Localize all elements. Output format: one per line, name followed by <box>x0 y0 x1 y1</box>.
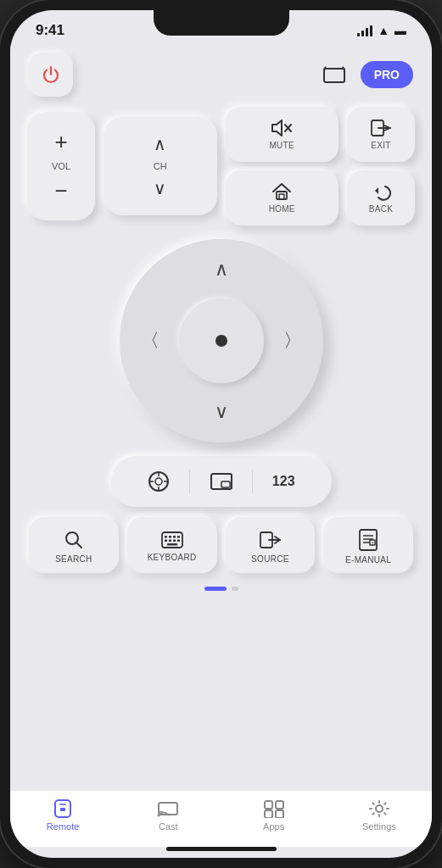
svg-rect-19 <box>165 536 167 538</box>
volume-up-button[interactable]: + <box>37 124 84 159</box>
keyboard-label: KEYBOARD <box>148 553 197 562</box>
touchpad-button[interactable] <box>128 463 190 500</box>
control-grid: + VOL − MUTE <box>27 107 415 225</box>
mute-label: MUTE <box>269 141 294 150</box>
svg-rect-6 <box>277 192 287 199</box>
source-button[interactable]: SOURCE <box>226 517 316 573</box>
svg-rect-25 <box>173 540 176 542</box>
svg-rect-15 <box>221 481 230 487</box>
svg-rect-41 <box>265 801 272 809</box>
mute-button[interactable]: MUTE <box>226 107 339 162</box>
source-label: SOURCE <box>251 554 289 564</box>
status-icons: ▲ ▬ <box>357 24 406 37</box>
exit-icon <box>370 119 392 137</box>
nav-settings-label: Settings <box>362 821 396 832</box>
svg-line-17 <box>76 542 81 548</box>
bottom-navigation: Remote Cast Apps <box>10 790 432 847</box>
dpad-center-button[interactable] <box>179 298 264 383</box>
svg-rect-20 <box>169 536 171 538</box>
nav-apps-label: Apps <box>263 821 284 832</box>
volume-control: + VOL − <box>27 112 95 220</box>
exit-label: EXIT <box>371 141 390 150</box>
svg-rect-44 <box>276 810 283 818</box>
channel-up-button[interactable]: ∧ <box>137 129 183 159</box>
wifi-icon: ▲ <box>378 24 389 37</box>
svg-point-45 <box>376 805 383 812</box>
touchpad-icon <box>147 470 171 493</box>
dpad-center-dot <box>215 335 227 347</box>
notch <box>154 10 289 36</box>
tv-icon <box>322 65 346 84</box>
back-label: BACK <box>369 204 393 214</box>
nav-settings[interactable]: Settings <box>327 799 432 832</box>
nav-remote-label: Remote <box>47 821 80 832</box>
dpad-right-button[interactable]: 〉 <box>276 324 310 358</box>
home-icon <box>271 182 293 201</box>
emanual-label: E-MANUAL <box>345 555 391 565</box>
emanual-button[interactable]: ? E-MANUAL <box>323 517 413 573</box>
manual-icon: ? <box>358 529 378 551</box>
page-dot-2 <box>232 587 238 591</box>
dpad-up-button[interactable]: ∧ <box>204 253 238 287</box>
svg-rect-22 <box>177 536 180 538</box>
svg-rect-42 <box>276 801 283 809</box>
battery-icon: ▬ <box>394 24 406 37</box>
svg-rect-21 <box>173 536 176 538</box>
nav-remote[interactable]: Remote <box>10 799 115 832</box>
phone-frame: 9:41 ▲ ▬ <box>0 0 442 868</box>
cast-nav-icon <box>157 799 179 818</box>
num-label: 123 <box>272 474 295 489</box>
volume-label: VOL <box>52 161 70 171</box>
pro-badge[interactable]: PRO <box>361 61 413 88</box>
power-icon <box>41 64 61 85</box>
home-bar <box>166 847 277 851</box>
svg-rect-0 <box>324 69 344 82</box>
page-dot-1 <box>204 587 227 591</box>
touchpad-row: 123 <box>111 456 332 507</box>
tv-icon-button[interactable] <box>316 57 352 92</box>
mute-icon <box>271 119 293 137</box>
apps-nav-icon <box>263 799 285 818</box>
app-content: PRO + VOL − MUTE <box>10 44 432 790</box>
search-button[interactable]: SEARCH <box>29 517 119 573</box>
back-icon <box>370 182 392 201</box>
top-bar: PRO <box>27 53 415 97</box>
remote-nav-icon <box>52 799 74 818</box>
keyboard-icon <box>161 531 183 548</box>
back-button[interactable]: BACK <box>347 170 415 225</box>
channel-label: CH <box>154 161 167 171</box>
keyboard-button[interactable]: KEYBOARD <box>127 517 217 573</box>
svg-rect-43 <box>265 810 272 818</box>
nav-apps[interactable]: Apps <box>221 799 327 832</box>
dpad: ∧ 〈 〉 ∨ <box>120 239 323 442</box>
exit-button[interactable]: EXIT <box>347 107 415 162</box>
channel-control: ∧ CH ∨ <box>104 117 217 215</box>
quick-actions: SEARCH KEYBOARD <box>27 517 415 573</box>
home-button[interactable]: HOME <box>226 170 339 225</box>
signal-icon <box>357 25 372 36</box>
svg-point-9 <box>155 478 162 485</box>
dpad-container: ∧ 〈 〉 ∨ <box>27 239 415 442</box>
picture-in-picture-button[interactable] <box>190 465 252 498</box>
power-button[interactable] <box>29 53 73 97</box>
dpad-down-button[interactable]: ∨ <box>204 395 238 429</box>
svg-rect-23 <box>165 540 167 542</box>
source-icon <box>259 530 281 550</box>
svg-text:?: ? <box>372 541 374 546</box>
search-label: SEARCH <box>55 554 92 564</box>
svg-rect-24 <box>169 540 171 542</box>
dpad-left-button[interactable]: 〈 <box>133 324 167 358</box>
settings-nav-icon <box>368 799 390 818</box>
nav-cast[interactable]: Cast <box>115 799 221 832</box>
volume-down-button[interactable]: − <box>37 173 84 209</box>
phone-screen: 9:41 ▲ ▬ <box>10 10 432 858</box>
search-icon <box>64 530 84 550</box>
svg-rect-27 <box>167 543 177 546</box>
pip-icon <box>210 472 233 491</box>
channel-down-button[interactable]: ∨ <box>137 173 183 203</box>
svg-marker-1 <box>272 120 282 136</box>
status-time: 9:41 <box>36 22 64 39</box>
number-pad-button[interactable]: 123 <box>253 467 315 496</box>
svg-rect-26 <box>177 540 180 542</box>
home-label: HOME <box>269 204 295 214</box>
